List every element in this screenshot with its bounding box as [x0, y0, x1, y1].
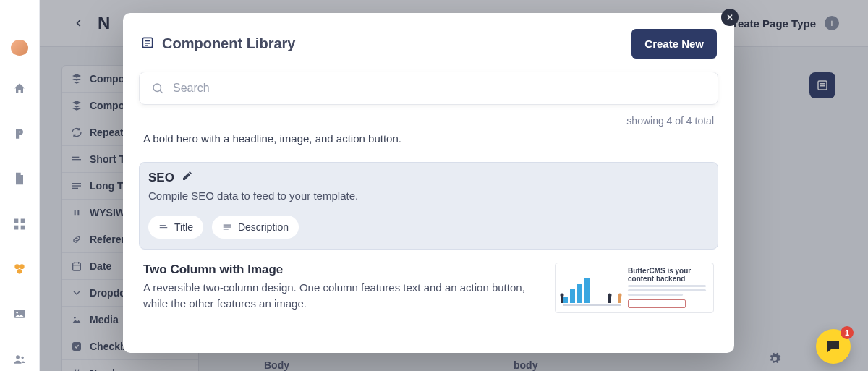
svg-point-44	[618, 293, 622, 297]
svg-point-42	[608, 293, 612, 297]
svg-point-10	[22, 357, 24, 359]
svg-rect-3	[21, 225, 25, 229]
svg-point-5	[20, 264, 25, 269]
modal-header: Component Library Create New	[139, 26, 718, 72]
close-icon[interactable]: ✕	[721, 9, 739, 26]
nav-collection-icon[interactable]	[7, 213, 33, 236]
nav-media-icon[interactable]	[7, 257, 33, 281]
card-title: SEO	[148, 171, 174, 185]
svg-rect-0	[14, 218, 19, 223]
svg-line-34	[160, 90, 163, 93]
nav-image-icon[interactable]	[7, 302, 33, 325]
search-field[interactable]	[139, 72, 718, 105]
svg-point-33	[153, 84, 161, 92]
svg-rect-36	[160, 227, 168, 228]
svg-point-9	[16, 355, 20, 359]
svg-rect-39	[224, 229, 229, 229]
nav-users-icon[interactable]	[7, 348, 33, 371]
component-library-modal: ✕ Component Library Create New showing 4…	[123, 13, 734, 353]
help-chat-button[interactable]: 1	[816, 329, 851, 364]
search-icon	[151, 82, 164, 95]
component-card-two-column[interactable]: Two Column with Image A reversible two-c…	[139, 257, 718, 319]
svg-point-40	[561, 293, 564, 297]
svg-rect-45	[618, 297, 621, 303]
avatar[interactable]	[11, 40, 28, 56]
component-thumbnail: ButterCMS is your content backend	[555, 263, 714, 313]
nav-home-icon[interactable]	[7, 77, 33, 101]
modal-title: Component Library	[162, 35, 295, 52]
svg-rect-2	[14, 225, 19, 229]
chip-title[interactable]: Title	[148, 216, 203, 239]
component-card-hero[interactable]: A bold hero with a headline, image, and …	[139, 131, 718, 155]
card-title: Two Column with Image	[143, 263, 283, 277]
nav-page-icon[interactable]	[7, 167, 33, 190]
notification-badge: 1	[841, 326, 854, 339]
search-input[interactable]	[173, 82, 706, 95]
svg-rect-35	[160, 225, 166, 226]
svg-point-6	[17, 269, 22, 274]
card-description: Compile SEO data to feed to your templat…	[148, 188, 709, 204]
results-count: showing 4 of 4 total	[626, 115, 714, 127]
svg-rect-43	[608, 297, 611, 303]
svg-point-4	[14, 264, 20, 269]
nav-blog-icon[interactable]	[7, 122, 33, 145]
svg-point-8	[16, 312, 18, 315]
svg-rect-38	[224, 226, 231, 227]
create-new-button[interactable]: Create New	[631, 29, 717, 59]
component-list[interactable]: A bold hero with a headline, image, and …	[139, 131, 727, 353]
svg-rect-1	[21, 218, 25, 223]
nav-rail	[0, 0, 40, 371]
edit-icon[interactable]	[182, 170, 193, 185]
svg-rect-37	[224, 224, 231, 225]
component-card-seo[interactable]: SEO Compile SEO data to feed to your tem…	[139, 162, 718, 250]
svg-rect-41	[561, 297, 563, 303]
card-description: A reversible two-column design. One colu…	[143, 280, 543, 312]
chip-description[interactable]: Description	[212, 216, 299, 239]
library-icon	[140, 35, 155, 53]
